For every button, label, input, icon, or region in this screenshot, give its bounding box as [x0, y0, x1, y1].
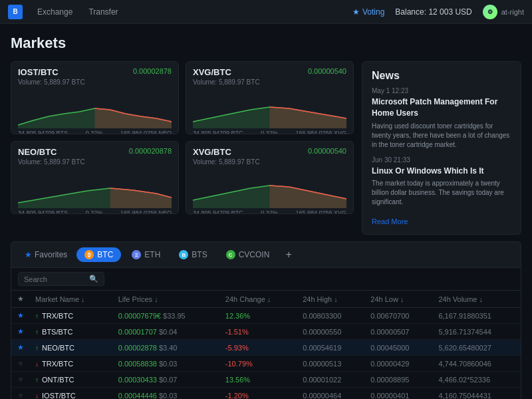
add-tab-button[interactable]: + [280, 246, 297, 263]
tab-btc[interactable]: ₿ BTC [76, 247, 121, 262]
avatar: ⚙ [483, 5, 497, 19]
footer-mid: 0.32% [86, 209, 103, 214]
chart-area [193, 88, 346, 128]
th-24h-high[interactable]: 24h High ↓ [297, 291, 365, 308]
favorite-star-filled[interactable]: ★ [17, 343, 24, 351]
th-fav: ★ [11, 291, 30, 308]
tab-eth[interactable]: Ξ ETH [124, 247, 168, 262]
market-name-cell[interactable]: ↑ BTS/BTC [30, 324, 113, 340]
card-pair: NEO/BTC [18, 147, 57, 157]
footer-right: 165,984.0256 NEO [120, 209, 172, 214]
nav-exchange[interactable]: Exchange [31, 5, 79, 19]
fav-cell[interactable]: ★ [11, 372, 30, 388]
tabs-bar: ★ Favorites ₿ BTC Ξ ETH B BTS C CVCOIN + [11, 241, 521, 268]
nav-transfer[interactable]: Transfer [82, 5, 124, 19]
th-market-name[interactable]: Market Name ↓ [30, 291, 113, 308]
page-title: Markets [11, 35, 521, 52]
card-footer: 34,805.94709 BTC 0.32% 166,984.0256 XVG [193, 130, 346, 134]
th-life-price[interactable]: Life Prices ↓ [113, 291, 220, 308]
market-card-iost[interactable]: IOST/BTC 0.00002878 Volume: 5,889.97 BTC [11, 61, 179, 134]
high-cell: 0.00000550 [297, 324, 365, 340]
trend-arrow: ↓ [35, 392, 39, 399]
favorite-star-empty[interactable]: ★ [17, 391, 24, 399]
user-area[interactable]: ⚙ at-right [483, 5, 524, 19]
volume-cell: 4,744.70860046 [433, 356, 521, 372]
star-icon: ★ [17, 295, 24, 303]
market-table-container: 🔍 ★ Market Name ↓ Life Prices ↓ 24h Chan… [11, 268, 521, 399]
price-usd: $0.03 [159, 392, 178, 399]
pair-name: ONT/BTC [42, 376, 74, 384]
top-navigation: B Exchange Transfer ★ Voting Balance: 12… [0, 0, 532, 24]
table-body: ★ ↑ TRX/BTC 0.00007679€ $33.95 12.36% 0.… [11, 308, 521, 399]
low-cell: 0.00000401 [365, 388, 433, 399]
news-headline[interactable]: Linux Or Windows Which Is It [372, 166, 511, 177]
market-name-cell[interactable]: ↑ NEO/BTC [30, 340, 113, 356]
card-header: XVG/BTC 0.00000540 [193, 147, 346, 157]
nav-left: B Exchange Transfer [8, 5, 125, 19]
trend-arrow: ↑ [35, 329, 39, 336]
tab-bts[interactable]: B BTS [171, 247, 215, 262]
card-header: NEO/BTC 0.000020878 [18, 147, 172, 157]
market-card-xvg2[interactable]: XVG/BTC 0.00000540 Volume: 5,889.97 BTC [186, 141, 354, 214]
footer-mid: 0.32% [261, 130, 278, 134]
low-cell: 0.00045000 [365, 340, 433, 356]
card-price: 0.00000540 [308, 67, 346, 75]
table-row: ★ ↑ NEO/BTC 0.00002878 $3.40 -5.93% 0.00… [11, 340, 521, 356]
footer-left: 34,805.94709 BTS [18, 209, 68, 214]
price-usd: $33.95 [163, 312, 186, 320]
balance-display: Balance: 12 003 USD [395, 7, 471, 17]
svg-marker-1 [95, 108, 172, 128]
pair-name: IOST/BTC [42, 392, 76, 399]
tab-favorites[interactable]: ★ Favorites [18, 247, 74, 262]
table-row: ★ ↑ BTS/BTC 0.00001707 $0.04 -1.51% 0.00… [11, 324, 521, 340]
footer-right: 166,984.0256 XVG [295, 130, 346, 134]
card-footer: 34,805.94709 BTS 0.32% 165,984.0256 NEO [18, 209, 172, 214]
news-panel: News May 1 12:23 Microsoft Patch Managem… [362, 61, 521, 235]
th-24h-low[interactable]: 24h Low ↓ [365, 291, 433, 308]
volume-cell: 4,160.75044431 [433, 388, 521, 399]
favorite-star-empty[interactable]: ★ [17, 375, 24, 383]
voting-button[interactable]: ★ Voting [352, 7, 384, 17]
fav-cell[interactable]: ★ [11, 388, 30, 399]
th-24h-volume[interactable]: 24h Volume ↓ [433, 291, 521, 308]
tab-cvcoin[interactable]: C CVCOIN [218, 247, 278, 262]
news-date: May 1 12:23 [372, 87, 511, 94]
low-cell: 0.00000507 [365, 324, 433, 340]
high-cell: 0.00054619 [297, 340, 365, 356]
trend-arrow: ↓ [35, 360, 39, 368]
market-name-cell[interactable]: ↑ ONT/BTC [30, 372, 113, 388]
market-name-cell[interactable]: ↓ TRX/BTC [30, 356, 113, 372]
favorite-star-empty[interactable]: ★ [17, 359, 24, 367]
fav-cell[interactable]: ★ [11, 340, 30, 356]
price-cell: 0.00044446 $0.03 [113, 388, 220, 399]
favorite-star-filled[interactable]: ★ [17, 311, 24, 319]
svg-marker-7 [270, 186, 347, 208]
fav-cell[interactable]: ★ [11, 356, 30, 372]
market-name-cell[interactable]: ↑ TRX/BTC [30, 308, 113, 324]
market-name-cell[interactable]: ↓ IOST/BTC [30, 388, 113, 399]
card-volume: Volume: 5,889.97 BTC [193, 158, 346, 166]
pair-name: NEO/BTC [42, 344, 74, 352]
read-more-link[interactable]: Read More [372, 217, 408, 225]
chart-svg [193, 168, 346, 208]
table-header: ★ Market Name ↓ Life Prices ↓ 24h Change… [11, 291, 521, 308]
pair-name: BTS/BTC [42, 328, 72, 336]
news-headline[interactable]: Microsoft Patch Management For Home User… [372, 96, 511, 119]
table-row: ★ ↓ IOST/BTC 0.00044446 $0.03 -1.20% 0.0… [11, 388, 521, 399]
price-cell: 0.00007679€ $33.95 [113, 308, 220, 324]
chart-svg [193, 88, 346, 128]
market-card-xvg[interactable]: XVG/BTC 0.00000540 Volume: 5,889.97 BTC [186, 61, 354, 134]
fav-cell[interactable]: ★ [11, 324, 30, 340]
favorite-star-filled[interactable]: ★ [17, 327, 24, 335]
fav-cell[interactable]: ★ [11, 308, 30, 324]
market-cards-row-2: NEO/BTC 0.000020878 Volume: 5,889.97 BTC [11, 141, 354, 214]
th-24h-change[interactable]: 24h Change ↓ [220, 291, 297, 308]
pair-name: TRX/BTC [42, 312, 73, 320]
search-wrap: 🔍 [18, 272, 104, 286]
card-price: 0.00002878 [133, 67, 172, 75]
chart-area [18, 168, 172, 208]
market-card-neo[interactable]: NEO/BTC 0.000020878 Volume: 5,889.97 BTC [11, 141, 179, 214]
price-usd: $3.40 [159, 344, 178, 352]
change-cell: -1.51% [220, 324, 297, 340]
search-input[interactable] [24, 275, 89, 283]
